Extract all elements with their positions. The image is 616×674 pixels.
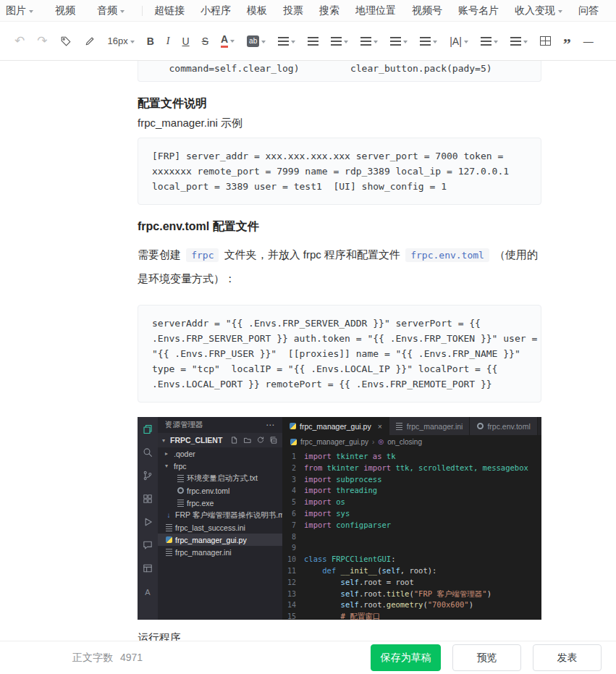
chevron-down-icon xyxy=(291,41,295,43)
style-tag-button[interactable] xyxy=(60,35,72,47)
tree-item-label: .qoder xyxy=(174,450,195,458)
undo-button[interactable]: ↶ xyxy=(14,35,25,47)
code-line: local_port = 3389 user = test1 [UI] show… xyxy=(152,179,527,194)
redo-button[interactable]: ↷ xyxy=(37,35,47,47)
indent-button[interactable] xyxy=(308,37,318,46)
font-size-button[interactable]: 16px xyxy=(108,35,135,46)
menu-item-location[interactable]: 地理位置 xyxy=(355,4,396,17)
editor-canvas[interactable]: command=self.clear_log) clear_button.pac… xyxy=(0,61,616,641)
code-block-toml[interactable]: serverAddr = "{{ .Envs.FRP_SERVER_ADDR }… xyxy=(138,305,541,403)
tree-item-label: 环境变量启动方式.txt xyxy=(187,473,258,484)
menu-item-search[interactable]: 搜索 xyxy=(319,4,339,17)
tree-item: frpc.env.toml xyxy=(158,484,282,497)
align-left-button[interactable] xyxy=(278,37,295,46)
menu-item-poll[interactable]: 投票 xyxy=(283,4,303,17)
code-text: # 配置窗口 xyxy=(304,611,380,620)
menu-item-audio[interactable]: 音频 xyxy=(97,4,125,17)
bullet-list-button[interactable] xyxy=(481,37,498,46)
file-icon-python xyxy=(289,423,296,429)
document-body[interactable]: command=self.clear_log) clear_button.pac… xyxy=(138,61,541,641)
explorer-actions xyxy=(230,436,278,445)
line-number: 14 xyxy=(282,599,304,611)
tree-item: 环境变量启动方式.txt xyxy=(158,472,282,484)
menu-item-mini-program[interactable]: 小程序 xyxy=(201,4,231,17)
vscode-screenshot-image[interactable]: A 资源管理器 ⋯ ▾ FRPC_CLIENT ▸.qoder▾frpc环境变量… xyxy=(138,417,541,620)
menu-item-label: 视频号 xyxy=(412,4,442,17)
menu-item-monetization[interactable]: 收入变现 xyxy=(515,4,562,17)
bullet-list-icon xyxy=(481,37,491,46)
format-toolbar: ↶↷16pxBIUSAab|A|”— xyxy=(0,22,616,61)
file-icon-file-lines xyxy=(165,524,172,531)
format-painter-button[interactable] xyxy=(84,35,96,47)
run-debug-icon xyxy=(142,516,153,528)
font-color-button[interactable]: A xyxy=(221,34,235,47)
file-icon-gear xyxy=(177,487,184,494)
chevron-down-icon xyxy=(130,41,135,43)
menu-item-account-card[interactable]: 账号名片 xyxy=(458,4,499,17)
blockquote-label: ” xyxy=(563,35,571,48)
blockquote-button[interactable]: ” xyxy=(563,35,571,48)
code-line: [FRP] server_addr = xxx.xxx.xxx.xxx serv… xyxy=(152,148,527,164)
bold-button[interactable]: B xyxy=(147,35,154,47)
ordered-list-button[interactable] xyxy=(420,37,437,46)
source-control-icon xyxy=(142,470,153,481)
section-heading-config[interactable]: 配置文件说明 xyxy=(138,96,541,111)
preview-button[interactable]: 预览 xyxy=(452,644,521,671)
menu-item-image[interactable]: 图片 xyxy=(6,4,33,17)
table-button[interactable] xyxy=(540,36,551,46)
section-heading-toml[interactable]: frpc.env.toml 配置文件 xyxy=(138,219,541,235)
italic-button[interactable]: I xyxy=(166,35,170,47)
breadcrumb-label: on_closing xyxy=(387,438,422,446)
code-text: self.root.geometry("700x600") xyxy=(304,599,473,611)
align-left-icon xyxy=(278,37,289,46)
tree-item: ▾frpc xyxy=(158,460,282,472)
code-line: 7import configparser xyxy=(282,520,541,531)
strikethrough-button[interactable]: S xyxy=(202,35,208,47)
publish-button[interactable]: 发表 xyxy=(533,644,602,671)
tab-label: frpc_manager.ini xyxy=(407,422,463,431)
code-area: 1import tkinter as tk2from tkinter impor… xyxy=(282,448,541,620)
code-block-ini[interactable]: [FRP] server_addr = xxx.xxx.xxx.xxx serv… xyxy=(138,138,541,205)
line-number: 9 xyxy=(282,542,304,554)
file-icon-python xyxy=(165,536,172,543)
horizontal-rule-button[interactable]: — xyxy=(583,35,594,47)
code-block-clipped[interactable]: command=self.clear_log) clear_button.pac… xyxy=(138,61,541,82)
paragraph-spacing-button[interactable] xyxy=(390,37,408,46)
top-menu-group-left: 图片视频音频 xyxy=(6,4,125,17)
menu-item-hyperlink[interactable]: 超链接 xyxy=(154,4,185,17)
line-number: 2 xyxy=(282,463,304,474)
symbol-method-icon: ◎ xyxy=(378,438,384,445)
activity-bar: A xyxy=(138,417,158,620)
menu-item-label: 账号名片 xyxy=(458,4,499,17)
menu-divider xyxy=(142,6,143,16)
code-text: from tkinter import ttk, scrolledtext, m… xyxy=(304,463,528,474)
menu-item-video[interactable]: 视频 xyxy=(55,4,75,17)
section-subtitle[interactable]: frpc_manager.ini 示例 xyxy=(138,117,541,130)
menu-item-channels[interactable]: 视频号 xyxy=(412,4,442,17)
menu-item-qa[interactable]: 问答 xyxy=(578,4,599,17)
refresh-icon xyxy=(256,436,265,445)
highlight-button[interactable]: ab xyxy=(247,35,266,47)
save-draft-button[interactable]: 保存为草稿 xyxy=(371,644,441,671)
horizontal-rule-label: — xyxy=(583,35,594,47)
menu-item-template[interactable]: 模板 xyxy=(247,4,267,17)
line-height-button[interactable] xyxy=(360,37,378,46)
letter-spacing-button[interactable]: |A| xyxy=(450,35,468,47)
code-line: 12 self.root = root xyxy=(282,577,541,589)
file-lines-glyph xyxy=(177,500,184,507)
breadcrumb-label: frpc_manager_gui.py xyxy=(300,438,368,446)
gear-glyph xyxy=(177,487,184,494)
underline-button[interactable]: U xyxy=(182,35,190,47)
outdent-button[interactable] xyxy=(331,37,348,46)
code-line: 2from tkinter import ttk, scrolledtext, … xyxy=(282,463,541,474)
chevron-down-icon xyxy=(558,10,562,13)
code-line: xxxxxxx remote_port = 7999 name = rdp_33… xyxy=(152,164,527,179)
word-count-label: 正文字数 xyxy=(72,652,113,665)
paragraph-1[interactable]: 需要创建 frpc 文件夹，并放入 frpc 程序和配置文件 frpc.env.… xyxy=(138,243,541,290)
section-heading-run[interactable]: 运行程序 xyxy=(138,631,541,641)
text-layout-button[interactable] xyxy=(510,37,528,46)
menu-item-label: 收入变现 xyxy=(515,4,555,17)
brush-icon xyxy=(84,35,96,47)
font-size-label: 16px xyxy=(108,35,128,46)
file-lines-glyph xyxy=(177,475,184,482)
